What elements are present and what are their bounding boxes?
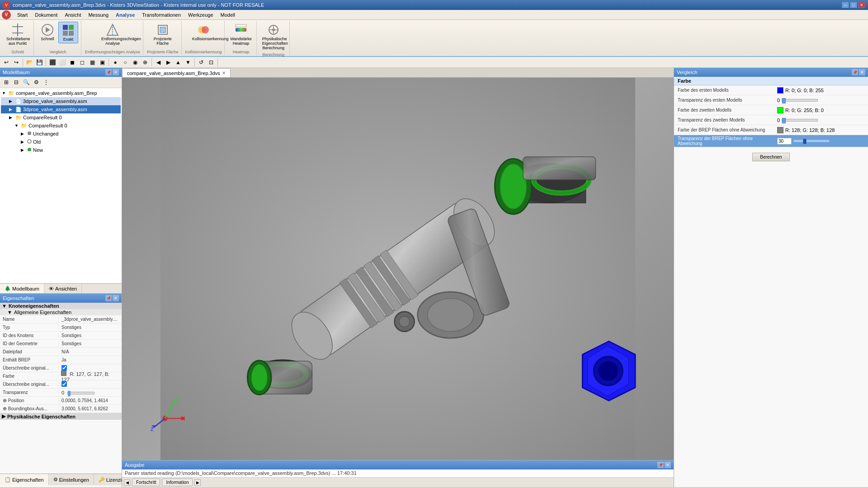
tree-expand-all[interactable]: ⊞ [2, 78, 11, 87]
props-pin[interactable]: 📌 [105, 295, 112, 301]
tree-settings[interactable]: ⚙ [32, 78, 41, 87]
tb-reset[interactable]: ↺ [197, 58, 206, 67]
menu-messung[interactable]: Messung [85, 10, 112, 20]
vergleich-input-5[interactable] [777, 138, 792, 145]
ribbon-btn-physikalisch[interactable]: PhysikalischeEigenschaftenBerechnung [260, 22, 287, 52]
tree-filter[interactable]: 🔍 [22, 78, 31, 87]
tb-view2[interactable]: ⬜ [58, 58, 67, 67]
tb-save[interactable]: 💾 [35, 58, 44, 67]
section-expand-knoteneig[interactable]: ▼ [2, 303, 7, 309]
tree-item-2[interactable]: ▶ 📄 3dproe_valve_assembly.asm [1, 105, 121, 113]
tree-toggle-3[interactable]: ▶ [9, 115, 15, 120]
tree-toggle-old[interactable]: ▶ [21, 140, 27, 144]
tree-item-1[interactable]: ▶ 📄 3dproe_valve_assembly.asm [1, 97, 121, 105]
menu-werkzeuge[interactable]: Werkzeuge [184, 10, 217, 20]
app-logo[interactable]: V [2, 10, 11, 19]
viewport[interactable]: X Y Z [122, 78, 674, 460]
tb-view6[interactable]: ▣ [98, 58, 107, 67]
ribbon-btn-schnittebene[interactable]: Schnittebeneaus Punkt [5, 22, 31, 47]
tree-item-old[interactable]: ▶ Old [1, 138, 121, 146]
tb-nav4[interactable]: ▼ [184, 58, 193, 67]
tab-modellbaum[interactable]: 🌲 Modellbaum [0, 284, 44, 293]
vergleich-close-btn[interactable]: ✕ [859, 69, 865, 75]
section-label-physikalisch: Physikalische Eigenschaften [7, 414, 75, 419]
tree-more[interactable]: ⋮ [42, 78, 51, 87]
model-tree-content[interactable]: ▼ 📁 compare_valve_assembly.asm_Brep ▶ 📄 … [0, 88, 122, 283]
tree-collapse-all[interactable]: ⊟ [12, 78, 21, 87]
vergleich-row-5[interactable]: Transparenz der BREP Flächen ohne Abweic… [674, 135, 868, 147]
tb-view1[interactable]: ⬛ [48, 58, 57, 67]
tree-toggle-2[interactable]: ▶ [9, 107, 15, 112]
vergleich-slider-1[interactable] [782, 99, 818, 102]
ribbon-btn-entformung[interactable]: EntformungsschrägenAnalyse [99, 22, 126, 47]
ribbon-btn-exakt[interactable]: Exakt [58, 22, 78, 43]
menu-dokument[interactable]: Dokument [31, 10, 61, 20]
svg-text:Y: Y [175, 398, 179, 403]
menu-analyse[interactable]: Analyse [112, 10, 138, 20]
output-information-btn[interactable]: Information [162, 479, 193, 486]
override-checkbox-1[interactable] [61, 365, 67, 371]
transparenz-slider[interactable] [67, 392, 94, 394]
tb-nav3[interactable]: ▲ [174, 58, 183, 67]
tree-toggle-new[interactable]: ▶ [21, 148, 27, 152]
vergleich-pin[interactable]: 📌 [852, 69, 858, 75]
props-tab-einstellungen[interactable]: ⚙ Einstellungen [49, 474, 94, 485]
tb-view5[interactable]: ▦ [88, 58, 97, 67]
tab-ansichten[interactable]: 👁 Ansichten [44, 284, 82, 293]
color-box-4 [777, 127, 783, 133]
vergleich-slider-5[interactable] [793, 140, 830, 142]
tree-item-3[interactable]: ▶ 📁 CompareResult 0 [1, 113, 121, 122]
output-close-btn[interactable]: ✕ [665, 462, 671, 468]
tree-item-4[interactable]: ▼ 📁 CompareResult 0 [1, 122, 121, 130]
tree-item-root[interactable]: ▼ 📁 compare_valve_assembly.asm_Brep [1, 89, 121, 97]
subsection-expand[interactable]: ▼ [7, 310, 12, 315]
tree-toggle-unchanged[interactable]: ▶ [21, 131, 27, 136]
menu-modell[interactable]: Modell [217, 10, 239, 20]
output-header: Ausgabe 📌 ✕ [122, 460, 674, 469]
minimize-button[interactable]: ─ [842, 2, 849, 8]
tb-open[interactable]: 📂 [25, 58, 34, 67]
model-tree-pin[interactable]: 📌 [105, 69, 112, 75]
tb-mode4[interactable]: ⊕ [141, 58, 150, 67]
tb-undo[interactable]: ↩ [2, 58, 11, 67]
ribbon-btn-heatmap[interactable]: WandstärkeHeatmap [228, 22, 254, 47]
ribbon-btn-kollision[interactable]: Kollisionserkennung [190, 22, 217, 42]
props-row-transparenz: Transparenz 0 [0, 389, 122, 397]
tree-item-new[interactable]: ▶ New [1, 146, 121, 154]
model-tree-close-btn[interactable]: ✕ [113, 69, 119, 75]
tb-redo[interactable]: ↪ [12, 58, 21, 67]
tb-view4[interactable]: ◻ [78, 58, 87, 67]
output-fortschritt-btn[interactable]: Fortschritt [132, 479, 160, 486]
output-nav-prev[interactable]: ◀ [124, 479, 130, 486]
props-tab-eigenschaften[interactable]: 📋 Eigenschaften [0, 474, 49, 485]
props-close-btn[interactable]: ✕ [113, 295, 119, 301]
tb-view3[interactable]: ◼ [68, 58, 77, 67]
vergleich-slider-3[interactable] [782, 119, 818, 122]
menu-ansicht[interactable]: Ansicht [61, 10, 85, 20]
menu-start[interactable]: Start [14, 10, 31, 20]
tree-toggle-4[interactable]: ▼ [14, 123, 21, 128]
menu-transformationen[interactable]: Transformationen [138, 10, 184, 20]
viewport-tab[interactable]: compare_valve_assembly.asm_Brep.3dvs ✕ [122, 68, 231, 77]
output-pin[interactable]: 📌 [657, 462, 664, 468]
tree-toggle-1[interactable]: ▶ [9, 99, 15, 103]
tree-item-unchanged[interactable]: ▶ Unchanged [1, 130, 121, 138]
position-expand[interactable]: ⊕ [3, 398, 7, 403]
tb-mode1[interactable]: ● [111, 58, 120, 67]
ribbon-btn-schnell[interactable]: Schnell [38, 22, 57, 42]
tb-mode2[interactable]: ○ [121, 58, 130, 67]
tb-fit[interactable]: ⊡ [207, 58, 216, 67]
tb-nav2[interactable]: ▶ [164, 58, 173, 67]
bb-expand[interactable]: ⊕ [3, 406, 7, 411]
physik-expand[interactable]: ▶ [2, 413, 5, 419]
output-nav-next[interactable]: ▶ [194, 479, 201, 486]
tree-toggle-root[interactable]: ▼ [2, 91, 8, 95]
tb-nav1[interactable]: ◀ [154, 58, 163, 67]
ribbon-btn-projizierte[interactable]: ProjizierteFläche [152, 22, 174, 47]
maximize-button[interactable]: □ [850, 2, 857, 8]
override-checkbox-2[interactable] [61, 381, 67, 387]
viewport-tab-close[interactable]: ✕ [222, 70, 226, 75]
close-button[interactable]: ✕ [858, 2, 865, 8]
tb-mode3[interactable]: ◉ [131, 58, 140, 67]
berechnen-button[interactable]: Berechnen [752, 153, 789, 161]
